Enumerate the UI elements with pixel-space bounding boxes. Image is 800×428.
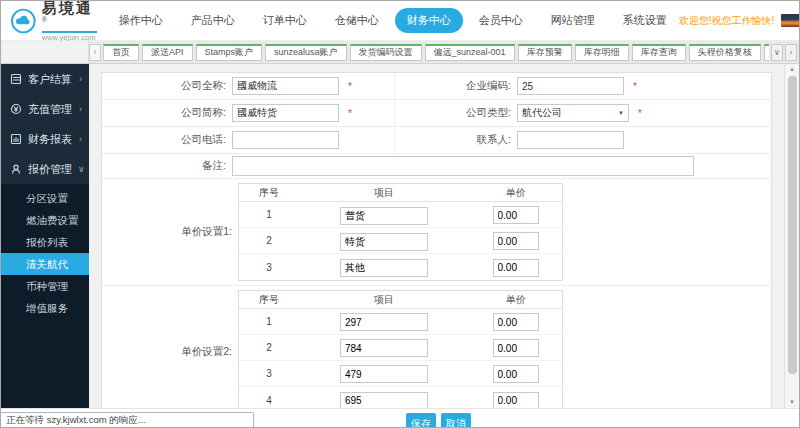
tab[interactable]: Stamps账户 [196, 44, 263, 61]
vertical-scrollbar[interactable]: ▲ ▼ [784, 64, 799, 408]
unit-price-2-header-cell: 序号 [239, 293, 299, 307]
unit-price-table-1: 序号项目单价123 [238, 183, 563, 281]
unit-price-1-label: 单价设置1: [102, 225, 238, 239]
required-asterisk: * [348, 81, 352, 92]
unit-price-2-item-input[interactable] [340, 313, 428, 331]
unit-price-1-item-input[interactable] [340, 207, 428, 225]
company-type-select[interactable]: 航代公司 ▼ [517, 104, 629, 122]
unit-price-2-price-input[interactable] [493, 313, 539, 331]
unit-price-1-header: 序号项目单价 [239, 184, 562, 202]
company-code-label: 企业编码: [395, 79, 517, 93]
unit-price-2-price-input[interactable] [493, 392, 539, 408]
logo-title: 易境通® [42, 0, 97, 30]
row-seq: 4 [239, 395, 299, 406]
tab[interactable]: 库存查询 [632, 44, 686, 61]
tab[interactable]: 派送API [142, 44, 193, 61]
sidebar-item[interactable]: 充值管理› [1, 94, 89, 124]
nav-item[interactable]: 订单中心 [251, 8, 319, 33]
row-seq: 3 [239, 262, 299, 273]
contact-person-label: 联系人: [395, 133, 517, 147]
unit-price-2-header-cell: 项目 [299, 293, 469, 307]
user-avatar[interactable] [781, 14, 800, 27]
row-item-cell [299, 231, 469, 251]
nav-item[interactable]: 仓储中心 [323, 8, 391, 33]
table-row: 1 [239, 309, 562, 335]
top-bar: 易境通® www.yejoin.com 操作中心产品中心订单中心仓储中心财务中心… [1, 1, 799, 41]
company-short-name-input[interactable] [232, 104, 339, 122]
unit-price-2-item-input[interactable] [340, 392, 428, 408]
tab-bar-spacer [1, 41, 89, 63]
select-caret-icon: ▼ [618, 110, 624, 116]
unit-price-2-header-cell: 单价 [469, 293, 562, 307]
submenu-item[interactable]: 增值服务 [1, 297, 89, 319]
nav-item[interactable]: 产品中心 [179, 8, 247, 33]
row-price-cell [469, 390, 562, 408]
tab-collapse-icon[interactable]: ∨ [771, 44, 783, 61]
form-row: 公司电话: 联系人: [102, 127, 771, 154]
cancel-button[interactable]: 取消 [441, 413, 471, 428]
sidebar-item[interactable]: 客户结算› [1, 64, 89, 94]
required-asterisk: * [633, 81, 637, 92]
tab[interactable]: 库存明细 [575, 44, 629, 61]
row-seq: 2 [239, 235, 299, 246]
required-asterisk: * [348, 108, 352, 119]
sidebar: 客户结算›充值管理›财务报表›报价管理∨ 分区设置燃油费设置报价列表清关航代币种… [1, 64, 89, 408]
submenu-item[interactable]: 分区设置 [1, 187, 89, 209]
row-seq: 1 [239, 209, 299, 220]
tab[interactable]: 库存预警 [518, 44, 572, 61]
nav-item[interactable]: 会员中心 [467, 8, 535, 33]
nav-item[interactable]: 系统设置 [611, 8, 679, 33]
contact-person-input[interactable] [517, 131, 624, 149]
remark-label: 备注: [102, 159, 232, 173]
tab-scroll-left-icon[interactable]: ‹ [89, 44, 101, 61]
scroll-up-icon[interactable]: ▲ [789, 65, 795, 74]
tab[interactable]: sunzealusa账户 [265, 44, 347, 61]
company-code-input[interactable] [517, 77, 624, 95]
unit-price-1-item-input[interactable] [340, 259, 428, 277]
company-form: 公司全称: * 企业编码: * 公司简称: * 公司类型: [101, 72, 772, 408]
tab-bar: ‹ 首页派送APIStamps账户sunzealusa账户发货编码设置偏远_su… [1, 41, 799, 64]
company-phone-input[interactable] [232, 131, 339, 149]
submenu-item[interactable]: 清关航代 [1, 253, 89, 275]
sidebar-item[interactable]: 财务报表› [1, 124, 89, 154]
main-content: 公司全称: * 企业编码: * 公司简称: * 公司类型: [89, 64, 784, 408]
tab[interactable]: 发货编码设置 [350, 44, 422, 61]
chevron-down-icon: ∨ [78, 164, 85, 174]
unit-price-1-price-input[interactable] [493, 206, 539, 224]
submenu-item[interactable]: 燃油费设置 [1, 209, 89, 231]
nav-item[interactable]: 网站管理 [539, 8, 607, 33]
scroll-down-icon[interactable]: ▼ [789, 398, 795, 407]
row-item-cell [299, 312, 469, 332]
table-row: 1 [239, 202, 562, 228]
submenu-item[interactable]: 报价列表 [1, 231, 89, 253]
submenu-item[interactable]: 币种管理 [1, 275, 89, 297]
unit-price-1-price-input[interactable] [493, 259, 539, 277]
unit-price-2-item-input[interactable] [340, 365, 428, 383]
tab-scroll-right-icon[interactable]: › [785, 44, 797, 61]
row-seq: 1 [239, 316, 299, 327]
sidebar-item[interactable]: 报价管理∨ [1, 154, 89, 184]
save-button[interactable]: 保存 [406, 413, 436, 428]
unit-price-1-item-input[interactable] [340, 233, 428, 251]
unit-price-table-2: 序号项目单价1234 [238, 290, 563, 408]
row-price-cell [469, 257, 562, 277]
unit-price-2-header: 序号项目单价 [239, 291, 562, 309]
unit-price-1-price-input[interactable] [493, 232, 539, 250]
unit-price-2-price-input[interactable] [493, 339, 539, 357]
row-item-cell [299, 364, 469, 384]
chevron-right-icon: › [79, 104, 82, 114]
nav-item[interactable]: 财务中心 [395, 8, 463, 33]
unit-price-2-item-input[interactable] [340, 339, 428, 357]
sidebar-item-label: 报价管理 [28, 162, 72, 177]
tab[interactable]: 头程价格复核 [689, 44, 761, 61]
required-asterisk: * [638, 108, 642, 119]
tab[interactable]: 首页 [103, 44, 139, 61]
tab[interactable]: 偏远_sunzeal-001 [425, 44, 515, 61]
company-full-name-input[interactable] [232, 77, 339, 95]
nav-item[interactable]: 操作中心 [107, 8, 175, 33]
remark-textarea[interactable] [232, 156, 694, 176]
scrollbar-thumb[interactable] [788, 76, 797, 374]
unit-price-section-1: 单价设置1: 序号项目单价123 [102, 179, 771, 286]
unit-price-2-price-input[interactable] [493, 365, 539, 383]
recharge-icon [10, 103, 22, 115]
